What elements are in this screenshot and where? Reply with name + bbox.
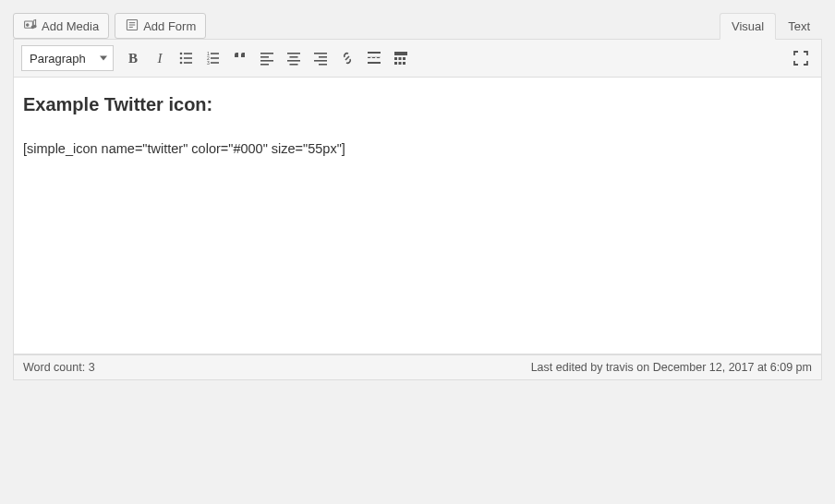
bullet-list-button[interactable] bbox=[174, 45, 200, 71]
camera-music-icon bbox=[23, 18, 38, 35]
tab-text[interactable]: Text bbox=[776, 13, 822, 39]
toolbar-toggle-button[interactable] bbox=[388, 45, 414, 71]
svg-rect-34 bbox=[368, 52, 381, 54]
svg-rect-31 bbox=[319, 56, 327, 58]
read-more-button[interactable] bbox=[361, 45, 387, 71]
svg-rect-24 bbox=[260, 60, 273, 62]
svg-rect-44 bbox=[394, 62, 397, 65]
svg-rect-11 bbox=[184, 53, 192, 54]
add-form-label: Add Form bbox=[143, 19, 196, 33]
svg-point-1 bbox=[27, 23, 29, 25]
link-button[interactable] bbox=[334, 45, 360, 71]
svg-rect-13 bbox=[184, 57, 192, 59]
editor-content[interactable]: Example Twitter icon: [simple_icon name=… bbox=[13, 78, 822, 354]
tab-visual[interactable]: Visual bbox=[720, 13, 776, 40]
bold-button[interactable]: B bbox=[120, 45, 146, 71]
format-select[interactable]: Paragraph bbox=[21, 45, 114, 71]
svg-rect-23 bbox=[260, 56, 269, 58]
svg-rect-21 bbox=[211, 62, 219, 64]
svg-rect-38 bbox=[377, 57, 380, 58]
add-form-button[interactable]: Add Form bbox=[115, 13, 206, 39]
svg-rect-36 bbox=[368, 57, 370, 58]
svg-rect-39 bbox=[368, 62, 381, 64]
svg-text:3: 3 bbox=[207, 60, 210, 66]
media-buttons: Add Media Add Form bbox=[13, 13, 206, 39]
numbered-list-button[interactable]: 123 bbox=[200, 45, 226, 71]
align-center-button[interactable] bbox=[281, 45, 307, 71]
svg-rect-32 bbox=[314, 60, 327, 62]
svg-rect-29 bbox=[290, 64, 298, 66]
svg-rect-19 bbox=[211, 57, 219, 59]
editor-wrap: Add Media Add Form Visual Text Par bbox=[13, 13, 822, 380]
word-count: Word count: 3 bbox=[23, 361, 95, 374]
add-media-button[interactable]: Add Media bbox=[13, 13, 109, 39]
add-media-label: Add Media bbox=[42, 19, 99, 33]
svg-rect-33 bbox=[319, 64, 327, 66]
editor-tabs: Visual Text bbox=[720, 13, 822, 39]
svg-rect-37 bbox=[372, 57, 375, 58]
svg-rect-15 bbox=[184, 62, 192, 64]
svg-text:I: I bbox=[157, 51, 163, 66]
svg-rect-42 bbox=[399, 57, 402, 60]
svg-rect-26 bbox=[287, 53, 300, 54]
svg-point-14 bbox=[180, 62, 183, 65]
svg-rect-27 bbox=[290, 56, 298, 58]
form-icon bbox=[125, 18, 139, 35]
content-heading: Example Twitter icon: bbox=[23, 94, 812, 115]
svg-text:B: B bbox=[128, 51, 138, 66]
italic-button[interactable]: I bbox=[147, 45, 173, 71]
fullscreen-button[interactable] bbox=[788, 45, 814, 71]
svg-rect-22 bbox=[260, 53, 273, 54]
svg-rect-25 bbox=[260, 64, 269, 66]
svg-rect-46 bbox=[403, 62, 405, 65]
align-right-button[interactable] bbox=[308, 45, 333, 71]
svg-rect-41 bbox=[394, 57, 397, 60]
svg-rect-30 bbox=[314, 53, 327, 54]
status-bar: Word count: 3 Last edited by travis on D… bbox=[13, 354, 822, 380]
last-edited: Last edited by travis on December 12, 20… bbox=[531, 361, 812, 374]
svg-rect-45 bbox=[399, 62, 402, 65]
top-row: Add Media Add Form Visual Text bbox=[13, 13, 822, 39]
align-left-button[interactable] bbox=[254, 45, 280, 71]
svg-rect-28 bbox=[287, 60, 300, 62]
svg-rect-17 bbox=[211, 53, 219, 54]
format-select-value: Paragraph bbox=[30, 52, 86, 66]
svg-point-10 bbox=[180, 53, 183, 55]
editor-toolbar: Paragraph B I 123 bbox=[13, 39, 822, 78]
svg-rect-40 bbox=[394, 52, 407, 55]
svg-rect-43 bbox=[403, 57, 405, 60]
content-body: [simple_icon name="twitter" color="#000"… bbox=[23, 141, 812, 156]
blockquote-button[interactable] bbox=[227, 45, 253, 71]
svg-point-3 bbox=[34, 25, 37, 28]
svg-point-12 bbox=[180, 57, 183, 60]
